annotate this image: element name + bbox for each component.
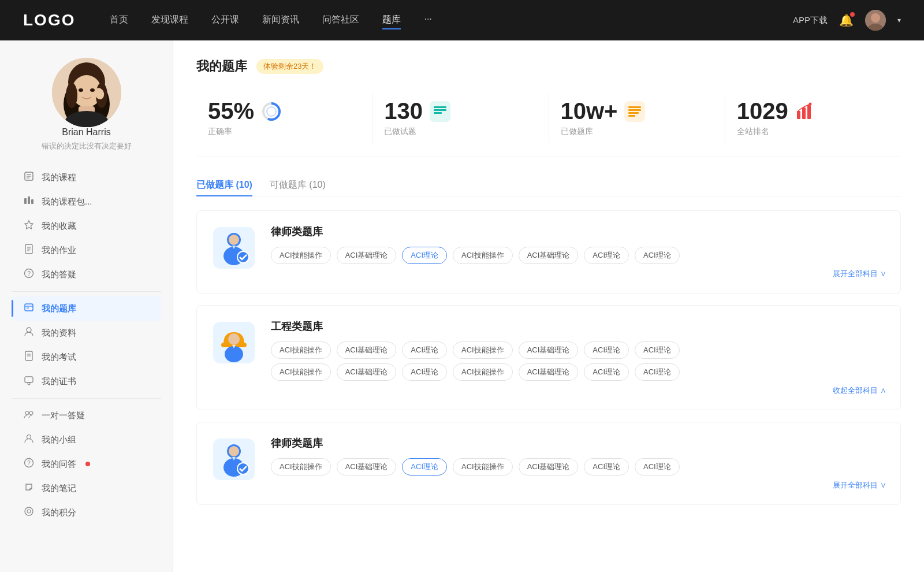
sidebar-item-my-profile[interactable]: 我的资料 [12,321,161,345]
rank-icon [795,101,816,122]
sidebar-item-my-favorites[interactable]: 我的收藏 [12,214,161,238]
bank-tag[interactable]: ACI技能操作 [453,363,513,381]
bank-content-engineer: 工程类题库 ACI技能操作 ACI基础理论 ACI理论 ACI技能操作 ACI基… [271,320,886,396]
sidebar-item-my-points[interactable]: 我的积分 [12,500,161,525]
my-profile-icon [23,326,35,339]
bank-tag[interactable]: ACI理论 [584,363,629,381]
navbar-right: APP下载 🔔 ▾ [793,10,901,31]
svg-point-42 [25,507,33,515]
bank-tag[interactable]: ACI技能操作 [271,341,331,359]
bell-icon[interactable]: 🔔 [839,13,854,27]
sidebar-item-my-qa[interactable]: ? 我的答疑 [12,262,161,287]
avatar[interactable] [865,10,886,31]
bank-tag[interactable]: ACI技能操作 [271,458,331,476]
bank-tag[interactable]: ACI理论 [584,458,629,476]
sidebar-item-course-package-label: 我的课程包... [42,196,92,207]
nav-open-course[interactable]: 公开课 [211,12,239,29]
sidebar-item-my-bank[interactable]: 我的题库 [12,296,161,321]
sidebar-item-my-questions[interactable]: ? 我的问答 [12,452,161,476]
rank-value: 1029 [737,98,889,124]
svg-rect-49 [434,109,446,111]
sidebar-divider-2 [12,398,161,399]
sidebar-motto: 错误的决定比没有决定要好 [42,141,132,151]
sidebar-item-my-points-label: 我的积分 [42,507,76,518]
svg-point-12 [90,88,95,92]
bank-tag[interactable]: ACI理论 [402,363,447,381]
rank-label: 全站排名 [737,127,889,137]
bank-title-engineer: 工程类题库 [271,320,886,333]
accuracy-label: 正确率 [208,127,360,137]
bank-expand-engineer[interactable]: 收起全部科目 ∧ [271,385,886,396]
svg-rect-28 [25,304,33,311]
nav-more[interactable]: ··· [424,12,431,29]
tab-available-banks[interactable]: 可做题库 (10) [270,174,326,196]
stat-done-questions: 130 已做试题 [372,92,549,143]
svg-rect-20 [31,199,33,204]
avatar-chevron-icon[interactable]: ▾ [897,16,901,24]
bank-tag[interactable]: ACI理论 [635,341,680,359]
svg-rect-53 [628,109,641,111]
bank-tag[interactable]: ACI基础理论 [519,247,579,264]
sidebar-item-my-group[interactable]: 我的小组 [12,428,161,452]
bank-tag[interactable]: ACI技能操作 [453,247,513,264]
my-exam-icon [23,351,35,363]
sidebar-item-my-exam[interactable]: 我的考试 [12,345,161,369]
sidebar-item-course-package[interactable]: 我的课程包... [12,190,161,214]
svg-rect-19 [28,196,30,204]
bank-tag[interactable]: ACI基础理论 [519,363,579,381]
bank-tag[interactable]: ACI基础理论 [337,247,397,264]
svg-rect-35 [25,377,33,382]
svg-rect-52 [628,106,641,108]
bank-title-lawyer-2: 律师类题库 [271,436,886,450]
navbar: LOGO 首页 发现课程 公开课 新闻资讯 问答社区 题库 ··· APP下载 … [0,0,924,40]
sidebar-item-my-cert-label: 我的证书 [42,376,76,387]
bank-tag-active[interactable]: ACI理论 [402,458,447,476]
sidebar-item-my-cert[interactable]: 我的证书 [12,369,161,393]
sidebar-item-my-notes[interactable]: 我的笔记 [12,476,161,500]
bank-tag[interactable]: ACI技能操作 [271,247,331,264]
bank-title-lawyer-1: 律师类题库 [271,225,886,239]
sidebar-menu: 我的课程 我的课程包... 我的收藏 我的作业 [0,165,173,525]
bank-section-engineer: 工程类题库 ACI技能操作 ACI基础理论 ACI理论 ACI技能操作 ACI基… [196,305,901,410]
svg-text:?: ? [27,270,31,277]
my-bank-icon [23,302,35,315]
bank-expand-lawyer-1[interactable]: 展开全部科目 ∨ [271,269,886,279]
nav-discover[interactable]: 发现课程 [151,12,188,29]
sidebar-username: Brian Harris [62,127,110,138]
bank-content-lawyer-1: 律师类题库 ACI技能操作 ACI基础理论 ACI理论 ACI技能操作 ACI基… [271,225,886,279]
stat-accuracy: 55% 正确率 [196,92,372,143]
bank-tag[interactable]: ACI基础理论 [519,458,579,476]
bank-tag[interactable]: ACI基础理论 [519,341,579,359]
nav-bank[interactable]: 题库 [382,12,401,29]
bank-tag[interactable]: ACI理论 [402,341,447,359]
sidebar-item-one-on-one[interactable]: 一对一答疑 [12,403,161,428]
content-header: 我的题库 体验剩余23天！ [196,58,901,75]
svg-rect-55 [628,115,635,117]
my-qa-icon: ? [23,268,35,281]
sidebar-item-my-homework[interactable]: 我的作业 [12,238,161,262]
bank-tag[interactable]: ACI理论 [584,341,629,359]
sidebar-item-my-courses[interactable]: 我的课程 [12,165,161,190]
one-on-one-icon [23,409,35,422]
tab-done-banks[interactable]: 已做题库 (10) [196,174,252,196]
bank-tag[interactable]: ACI技能操作 [271,363,331,381]
app-download-btn[interactable]: APP下载 [793,15,828,26]
bank-tag[interactable]: ACI理论 [584,247,629,264]
bank-tag[interactable]: ACI理论 [635,458,680,476]
bank-tag[interactable]: ACI基础理论 [337,363,397,381]
bank-expand-lawyer-2[interactable]: 展开全部科目 ∨ [271,480,886,491]
bank-tag[interactable]: ACI理论 [635,247,680,264]
nav-news[interactable]: 新闻资讯 [262,12,299,29]
nav-qa[interactable]: 问答社区 [322,12,359,29]
bank-tag[interactable]: ACI技能操作 [453,458,513,476]
svg-point-38 [29,411,33,415]
nav-home[interactable]: 首页 [110,12,128,29]
trial-badge: 体验剩余23天！ [256,59,323,74]
bank-tag[interactable]: ACI技能操作 [453,341,513,359]
bank-tag[interactable]: ACI基础理论 [337,458,397,476]
main-layout: Brian Harris 错误的决定比没有决定要好 我的课程 我的课程包... … [0,40,924,572]
bank-tag[interactable]: ACI理论 [635,363,680,381]
bank-tag-active[interactable]: ACI理论 [402,247,447,264]
bank-tag[interactable]: ACI基础理论 [337,341,397,359]
page-title: 我的题库 [196,58,247,75]
